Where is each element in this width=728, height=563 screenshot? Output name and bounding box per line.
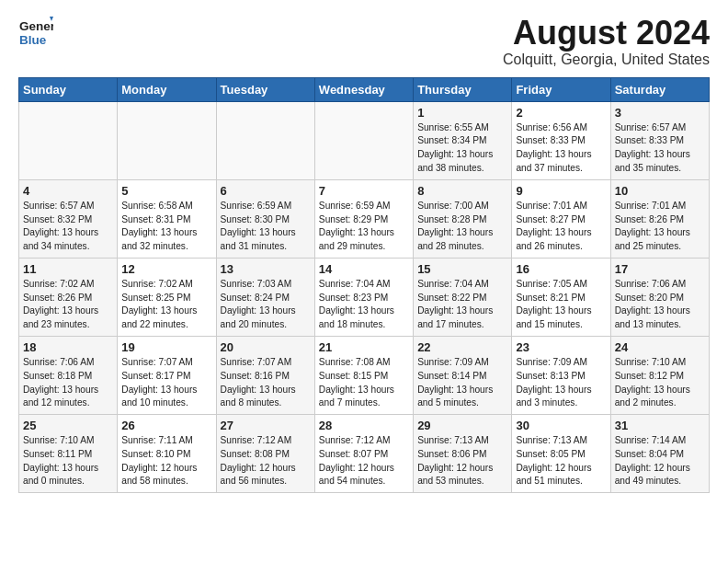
- calendar-cell: 27Sunrise: 7:12 AM Sunset: 8:08 PM Dayli…: [216, 415, 314, 493]
- logo-icon: General Blue: [18, 15, 53, 50]
- day-number: 23: [516, 340, 606, 354]
- calendar-cell: 26Sunrise: 7:11 AM Sunset: 8:10 PM Dayli…: [118, 415, 216, 493]
- calendar-cell: 19Sunrise: 7:07 AM Sunset: 8:17 PM Dayli…: [118, 336, 216, 414]
- calendar-cell: 17Sunrise: 7:06 AM Sunset: 8:20 PM Dayli…: [610, 258, 709, 336]
- week-row-5: 25Sunrise: 7:10 AM Sunset: 8:11 PM Dayli…: [19, 415, 710, 493]
- header-wednesday: Wednesday: [314, 77, 413, 101]
- week-row-4: 18Sunrise: 7:06 AM Sunset: 8:18 PM Dayli…: [19, 336, 710, 414]
- day-number: 29: [417, 419, 507, 432]
- header-sunday: Sunday: [19, 77, 118, 101]
- day-number: 16: [516, 262, 606, 276]
- svg-text:General: General: [19, 19, 53, 33]
- cell-info: Sunrise: 6:57 AM Sunset: 8:33 PM Dayligh…: [615, 121, 705, 176]
- cell-info: Sunrise: 7:07 AM Sunset: 8:16 PM Dayligh…: [221, 356, 311, 410]
- cell-info: Sunrise: 7:09 AM Sunset: 8:13 PM Dayligh…: [516, 356, 606, 410]
- calendar-cell: 20Sunrise: 7:07 AM Sunset: 8:16 PM Dayli…: [216, 336, 314, 414]
- cell-info: Sunrise: 7:08 AM Sunset: 8:15 PM Dayligh…: [319, 356, 409, 410]
- day-number: 28: [319, 419, 409, 432]
- calendar-cell: 18Sunrise: 7:06 AM Sunset: 8:18 PM Dayli…: [19, 336, 118, 414]
- title-block: August 2024 Colquitt, Georgia, United St…: [503, 15, 710, 68]
- calendar-cell: 22Sunrise: 7:09 AM Sunset: 8:14 PM Dayli…: [414, 336, 512, 414]
- calendar-cell: [216, 101, 314, 179]
- calendar-cell: 28Sunrise: 7:12 AM Sunset: 8:07 PM Dayli…: [314, 415, 413, 493]
- header-thursday: Thursday: [414, 77, 512, 101]
- cell-info: Sunrise: 7:09 AM Sunset: 8:14 PM Dayligh…: [417, 356, 507, 410]
- calendar-cell: 9Sunrise: 7:01 AM Sunset: 8:27 PM Daylig…: [512, 179, 610, 258]
- day-number: 7: [319, 184, 409, 198]
- cell-info: Sunrise: 7:05 AM Sunset: 8:21 PM Dayligh…: [516, 278, 606, 332]
- header-saturday: Saturday: [610, 77, 709, 101]
- cell-info: Sunrise: 7:07 AM Sunset: 8:17 PM Dayligh…: [121, 356, 211, 410]
- cell-info: Sunrise: 7:11 AM Sunset: 8:10 PM Dayligh…: [121, 434, 211, 488]
- day-number: 24: [615, 340, 705, 354]
- header: General Blue August 2024 Colquitt, Georg…: [18, 15, 710, 68]
- day-number: 1: [417, 106, 507, 120]
- day-number: 19: [121, 340, 211, 354]
- cell-info: Sunrise: 6:59 AM Sunset: 8:29 PM Dayligh…: [319, 200, 409, 254]
- calendar-cell: 6Sunrise: 6:59 AM Sunset: 8:30 PM Daylig…: [216, 179, 314, 258]
- calendar-cell: 4Sunrise: 6:57 AM Sunset: 8:32 PM Daylig…: [19, 179, 118, 258]
- day-number: 8: [417, 184, 507, 198]
- header-tuesday: Tuesday: [216, 77, 314, 101]
- day-number: 9: [516, 184, 606, 198]
- calendar-cell: 5Sunrise: 6:58 AM Sunset: 8:31 PM Daylig…: [118, 179, 216, 258]
- calendar-header-row: SundayMondayTuesdayWednesdayThursdayFrid…: [19, 77, 710, 101]
- page: General Blue August 2024 Colquitt, Georg…: [0, 0, 728, 502]
- calendar-cell: [19, 101, 118, 179]
- calendar-cell: 2Sunrise: 6:56 AM Sunset: 8:33 PM Daylig…: [512, 101, 610, 179]
- day-number: 12: [121, 262, 211, 276]
- calendar-cell: 21Sunrise: 7:08 AM Sunset: 8:15 PM Dayli…: [314, 336, 413, 414]
- calendar-cell: 11Sunrise: 7:02 AM Sunset: 8:26 PM Dayli…: [19, 258, 118, 336]
- calendar-cell: 23Sunrise: 7:09 AM Sunset: 8:13 PM Dayli…: [512, 336, 610, 414]
- cell-info: Sunrise: 6:58 AM Sunset: 8:31 PM Dayligh…: [121, 200, 211, 254]
- cell-info: Sunrise: 7:14 AM Sunset: 8:04 PM Dayligh…: [615, 434, 705, 488]
- calendar-cell: 7Sunrise: 6:59 AM Sunset: 8:29 PM Daylig…: [314, 179, 413, 258]
- day-number: 14: [319, 262, 409, 276]
- calendar-cell: 1Sunrise: 6:55 AM Sunset: 8:34 PM Daylig…: [414, 101, 512, 179]
- week-row-2: 4Sunrise: 6:57 AM Sunset: 8:32 PM Daylig…: [19, 179, 710, 258]
- day-number: 15: [417, 262, 507, 276]
- week-row-3: 11Sunrise: 7:02 AM Sunset: 8:26 PM Dayli…: [19, 258, 710, 336]
- calendar-cell: 25Sunrise: 7:10 AM Sunset: 8:11 PM Dayli…: [19, 415, 118, 493]
- cell-info: Sunrise: 7:06 AM Sunset: 8:20 PM Dayligh…: [615, 278, 705, 332]
- day-number: 26: [121, 419, 211, 432]
- calendar-cell: 13Sunrise: 7:03 AM Sunset: 8:24 PM Dayli…: [216, 258, 314, 336]
- header-monday: Monday: [118, 77, 216, 101]
- calendar-cell: [118, 101, 216, 179]
- location: Colquitt, Georgia, United States: [503, 52, 710, 68]
- calendar-cell: 12Sunrise: 7:02 AM Sunset: 8:25 PM Dayli…: [118, 258, 216, 336]
- calendar-cell: [314, 101, 413, 179]
- calendar-cell: 24Sunrise: 7:10 AM Sunset: 8:12 PM Dayli…: [610, 336, 709, 414]
- calendar-cell: 16Sunrise: 7:05 AM Sunset: 8:21 PM Dayli…: [512, 258, 610, 336]
- calendar-cell: 30Sunrise: 7:13 AM Sunset: 8:05 PM Dayli…: [512, 415, 610, 493]
- header-friday: Friday: [512, 77, 610, 101]
- cell-info: Sunrise: 7:13 AM Sunset: 8:06 PM Dayligh…: [417, 434, 507, 488]
- cell-info: Sunrise: 7:03 AM Sunset: 8:24 PM Dayligh…: [221, 278, 311, 332]
- cell-info: Sunrise: 6:57 AM Sunset: 8:32 PM Dayligh…: [23, 200, 113, 254]
- day-number: 11: [23, 262, 113, 276]
- calendar-cell: 14Sunrise: 7:04 AM Sunset: 8:23 PM Dayli…: [314, 258, 413, 336]
- day-number: 6: [221, 184, 311, 198]
- day-number: 3: [615, 106, 705, 120]
- day-number: 18: [23, 340, 113, 354]
- cell-info: Sunrise: 7:04 AM Sunset: 8:23 PM Dayligh…: [319, 278, 409, 332]
- cell-info: Sunrise: 6:56 AM Sunset: 8:33 PM Dayligh…: [516, 121, 606, 176]
- day-number: 17: [615, 262, 705, 276]
- day-number: 2: [516, 106, 606, 120]
- cell-info: Sunrise: 7:10 AM Sunset: 8:12 PM Dayligh…: [615, 356, 705, 410]
- calendar-table: SundayMondayTuesdayWednesdayThursdayFrid…: [18, 77, 710, 494]
- week-row-1: 1Sunrise: 6:55 AM Sunset: 8:34 PM Daylig…: [19, 101, 710, 179]
- day-number: 10: [615, 184, 705, 198]
- day-number: 20: [221, 340, 311, 354]
- logo: General Blue: [18, 15, 53, 50]
- cell-info: Sunrise: 7:04 AM Sunset: 8:22 PM Dayligh…: [417, 278, 507, 332]
- cell-info: Sunrise: 7:12 AM Sunset: 8:07 PM Dayligh…: [319, 434, 409, 488]
- cell-info: Sunrise: 7:06 AM Sunset: 8:18 PM Dayligh…: [23, 356, 113, 410]
- day-number: 31: [615, 419, 705, 432]
- day-number: 22: [417, 340, 507, 354]
- cell-info: Sunrise: 7:02 AM Sunset: 8:25 PM Dayligh…: [121, 278, 211, 332]
- cell-info: Sunrise: 7:13 AM Sunset: 8:05 PM Dayligh…: [516, 434, 606, 488]
- svg-text:Blue: Blue: [19, 33, 47, 47]
- calendar-cell: 29Sunrise: 7:13 AM Sunset: 8:06 PM Dayli…: [414, 415, 512, 493]
- month-title: August 2024: [503, 15, 710, 52]
